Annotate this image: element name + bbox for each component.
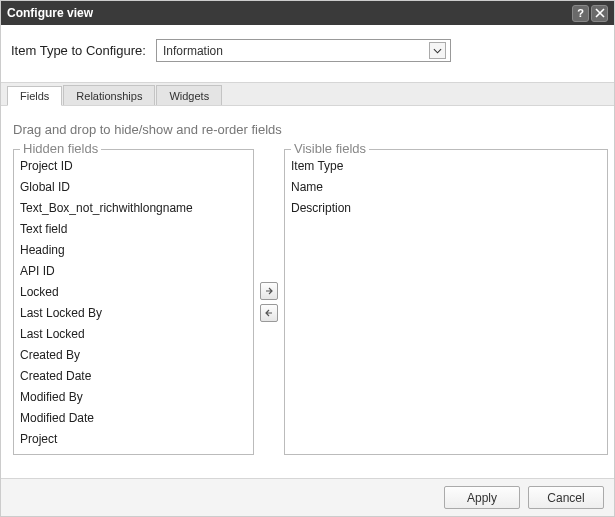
item-type-select-wrap: Information xyxy=(156,39,451,62)
tab-widgets[interactable]: Widgets xyxy=(156,85,222,105)
list-item[interactable]: Text field xyxy=(18,219,249,240)
chevron-down-icon xyxy=(429,42,446,59)
item-type-label: Item Type to Configure: xyxy=(11,43,146,58)
window-title: Configure view xyxy=(7,6,93,20)
list-item[interactable]: Modified Date xyxy=(18,408,249,429)
list-item[interactable]: Item Type xyxy=(289,156,603,177)
list-item[interactable]: API ID xyxy=(18,261,249,282)
list-item[interactable]: Modified By xyxy=(18,387,249,408)
window-controls: ? xyxy=(572,5,608,22)
hidden-fields-list[interactable]: Project IDGlobal IDText_Box_not_richwith… xyxy=(14,150,253,454)
list-item[interactable]: Global ID xyxy=(18,177,249,198)
item-type-value: Information xyxy=(163,44,223,58)
move-right-button[interactable] xyxy=(260,282,278,300)
lists-area: Hidden fields Project IDGlobal IDText_Bo… xyxy=(1,149,614,455)
visible-fields-box: Visible fields Item TypeNameDescription xyxy=(284,149,608,455)
visible-fields-list[interactable]: Item TypeNameDescription xyxy=(285,150,607,454)
list-item[interactable]: Project ID xyxy=(18,156,249,177)
hidden-fields-legend: Hidden fields xyxy=(20,141,101,156)
tab-fields[interactable]: Fields xyxy=(7,86,62,106)
visible-fields-legend: Visible fields xyxy=(291,141,369,156)
list-item[interactable]: Description xyxy=(289,198,603,219)
titlebar: Configure view ? xyxy=(1,1,614,25)
content-area: Item Type to Configure: Information xyxy=(1,25,614,82)
list-item[interactable]: Text_Box_not_richwithlongname xyxy=(18,198,249,219)
move-buttons xyxy=(260,149,278,455)
item-type-select[interactable]: Information xyxy=(156,39,451,62)
close-button[interactable] xyxy=(591,5,608,22)
tabs: Fields Relationships Widgets xyxy=(1,82,614,106)
item-type-row: Item Type to Configure: Information xyxy=(11,39,604,74)
apply-button[interactable]: Apply xyxy=(444,486,520,509)
list-item[interactable]: Name xyxy=(289,177,603,198)
list-item[interactable]: Heading xyxy=(18,240,249,261)
list-item[interactable]: Created Date xyxy=(18,366,249,387)
list-item[interactable]: Last Locked xyxy=(18,324,249,345)
hidden-fields-box: Hidden fields Project IDGlobal IDText_Bo… xyxy=(13,149,254,455)
list-item[interactable]: Created By xyxy=(18,345,249,366)
move-left-button[interactable] xyxy=(260,304,278,322)
list-item[interactable]: Last Activity Date xyxy=(18,450,249,454)
list-item[interactable]: Last Locked By xyxy=(18,303,249,324)
list-item[interactable]: Project xyxy=(18,429,249,450)
help-button[interactable]: ? xyxy=(572,5,589,22)
cancel-button[interactable]: Cancel xyxy=(528,486,604,509)
list-item[interactable]: Locked xyxy=(18,282,249,303)
tab-relationships[interactable]: Relationships xyxy=(63,85,155,105)
footer: Apply Cancel xyxy=(1,478,614,516)
